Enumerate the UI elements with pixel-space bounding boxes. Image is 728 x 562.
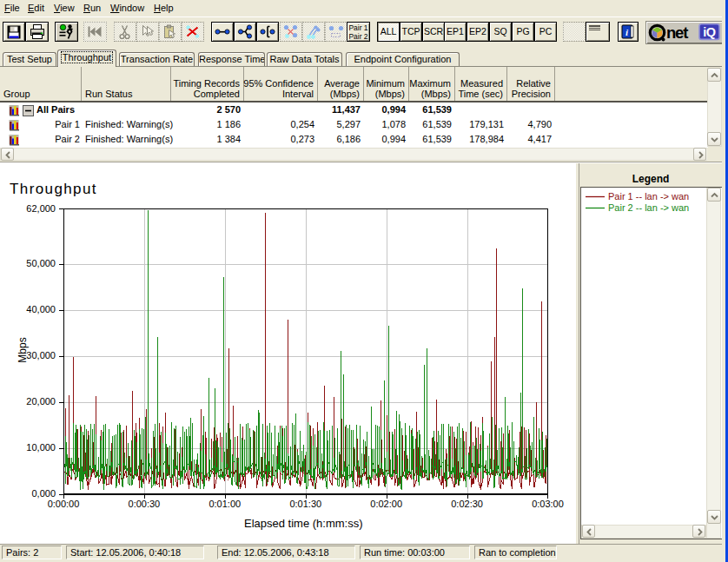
svg-text:net: net: [666, 23, 688, 42]
svg-text:iQ: iQ: [703, 25, 716, 39]
